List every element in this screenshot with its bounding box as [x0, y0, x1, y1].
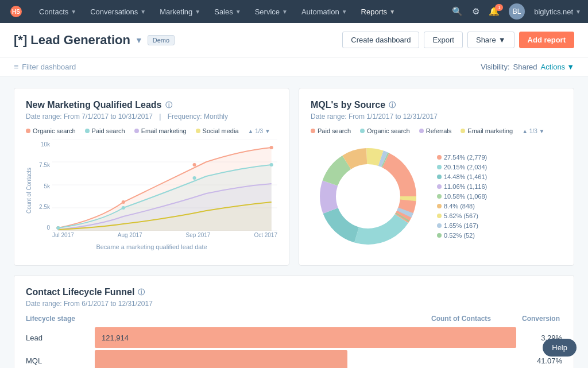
x-axis-label: Became a marketing qualified lead date — [26, 243, 277, 250]
svg-point-24 — [343, 171, 393, 222]
nav-item-automation[interactable]: Automation ▼ — [295, 0, 354, 23]
donut-legend-item-3: Email marketing — [461, 127, 513, 134]
main-content: New Marketing Qualified Leads ⓘ Date ran… — [0, 76, 588, 368]
line-chart-legend: Organic searchPaid searchEmail marketing… — [26, 127, 277, 134]
filter-icon: ≡ — [14, 62, 18, 71]
export-button[interactable]: Export — [424, 32, 463, 48]
hubspot-logo[interactable]: HS — [7, 2, 25, 21]
legend-item-1: Paid search — [85, 127, 125, 134]
nav-chevron-icon: ▼ — [140, 9, 146, 15]
info-icon[interactable]: ⓘ — [165, 100, 172, 110]
funnel-row-lead: Lead 121,914 3.29% — [26, 327, 562, 348]
mqls-donut-chart-card: MQL's by Source ⓘ Date range: From 1/1/2… — [299, 88, 574, 266]
funnel-bar-lead: 121,914 — [95, 327, 516, 348]
funnel-label-mql: MQL — [26, 357, 95, 365]
funnel-col-conversion: Conversion — [514, 315, 560, 323]
nav-chevron-icon: ▼ — [282, 9, 288, 15]
nav-item-conversations[interactable]: Conversations ▼ — [83, 0, 153, 23]
donut-label-0: 27.54% (2,779) — [437, 154, 487, 161]
svg-point-12 — [122, 206, 125, 210]
title-area: [*] Lead Generation ▼ Demo — [14, 33, 342, 48]
visibility-value: Shared — [513, 63, 537, 71]
add-report-button[interactable]: Add report — [519, 32, 574, 48]
funnel-conversion-mql: 41.07% — [516, 357, 562, 365]
charts-row: New Marketing Qualified Leads ⓘ Date ran… — [14, 88, 574, 266]
notification-badge: 1 — [495, 4, 503, 11]
share-chevron-icon: ▼ — [498, 36, 506, 44]
y-axis-tick: 2.5k — [36, 204, 50, 210]
nav-chevron-icon: ▼ — [235, 9, 241, 15]
page-title: [*] Lead Generation — [14, 33, 130, 48]
x-axis-tick: Sep 2017 — [186, 232, 211, 238]
legend-paginator[interactable]: ▲ 1/3 ▼ — [248, 127, 270, 134]
donut-label-2: 14.48% (1,461) — [437, 173, 487, 180]
donut-chart-area: 27.54% (2,779)20.15% (2,034)14.48% (1,46… — [311, 139, 562, 254]
share-button[interactable]: Share ▼ — [467, 32, 514, 48]
funnel-col-count: Count of Contacts — [431, 315, 491, 323]
funnel-table: Lifecycle stage Count of Contacts Conver… — [26, 315, 562, 368]
line-chart-area: Jul 2017Aug 2017Sep 2017Oct 2017 — [52, 139, 277, 242]
nav-item-sales[interactable]: Sales ▼ — [207, 0, 247, 23]
legend-item-0: Organic search — [26, 127, 76, 134]
donut-chart-legend: Paid searchOrganic searchReferralsEmail … — [311, 127, 562, 134]
svg-point-10 — [270, 146, 273, 149]
create-dashboard-button[interactable]: Create dashboard — [342, 32, 419, 48]
donut-label-6: 5.62% (567) — [437, 212, 487, 219]
actions-chevron-icon: ▼ — [567, 63, 574, 71]
legend-item-2: Email marketing — [134, 127, 187, 134]
x-axis-tick: Oct 2017 — [254, 232, 277, 238]
mqls-line-chart-card: New Marketing Qualified Leads ⓘ Date ran… — [14, 88, 289, 266]
nav-chevron-icon: ▼ — [389, 9, 395, 15]
avatar[interactable]: BL — [509, 3, 525, 20]
donut-info-icon[interactable]: ⓘ — [389, 100, 396, 110]
svg-point-14 — [270, 163, 273, 166]
x-axis-tick: Aug 2017 — [118, 232, 142, 238]
funnel-col-stage: Lifecycle stage — [26, 315, 75, 323]
funnel-label-lead: Lead — [26, 334, 95, 342]
y-axis-tick: 10k — [36, 141, 50, 148]
svg-point-9 — [192, 163, 196, 166]
y-axis: 10k7.5k5k2.5k0 — [36, 139, 52, 242]
y-axis-tick: 5k — [36, 183, 50, 189]
settings-icon[interactable]: ⚙ — [472, 6, 479, 17]
funnel-title: Contact Lifecycle Funnel ⓘ — [26, 287, 562, 297]
notifications-icon[interactable]: 🔔 1 — [489, 6, 500, 17]
page-header: [*] Lead Generation ▼ Demo Create dashbo… — [0, 23, 588, 57]
svg-text:HS: HS — [12, 9, 20, 15]
donut-label-5: 8.4% (848) — [437, 203, 487, 210]
actions-button[interactable]: Actions ▼ — [540, 63, 574, 71]
donut-svg-area — [311, 139, 425, 254]
legend-item-3: Social media — [196, 127, 239, 134]
nav-chevron-icon: ▼ — [71, 9, 76, 15]
donut-label-1: 20.15% (2,034) — [437, 164, 487, 171]
user-menu[interactable]: biglytics.net ▼ — [534, 7, 581, 16]
donut-label-7: 1.65% (167) — [437, 222, 487, 229]
donut-legend-item-0: Paid search — [311, 127, 351, 134]
nav-chevron-icon: ▼ — [195, 9, 200, 15]
funnel-row-mql: MQL 41.07% — [26, 350, 562, 368]
funnel-info-icon[interactable]: ⓘ — [138, 288, 145, 297]
header-actions: Create dashboard Export Share ▼ Add repo… — [342, 32, 574, 48]
filter-dashboard-button[interactable]: ≡ Filter dashboard — [14, 62, 76, 71]
funnel-date-range: Date range: From 6/1/2017 to 12/31/2017 — [26, 300, 562, 308]
line-chart-title: New Marketing Qualified Leads ⓘ — [26, 100, 277, 110]
nav-item-marketing[interactable]: Marketing ▼ — [153, 0, 207, 23]
search-icon[interactable]: 🔍 — [452, 6, 463, 17]
nav-item-contacts[interactable]: Contacts ▼ — [32, 0, 83, 23]
visibility-area: Visibility: Shared Actions ▼ — [481, 63, 574, 71]
y-axis-tick: 0 — [36, 224, 50, 231]
title-dropdown-button[interactable]: ▼ — [135, 36, 143, 45]
donut-legend-item-2: Referrals — [419, 127, 452, 134]
x-axis-tick: Jul 2017 — [52, 232, 74, 238]
y-axis-tick: 7.5k — [36, 162, 50, 168]
nav-item-service[interactable]: Service ▼ — [248, 0, 295, 23]
svg-point-13 — [192, 176, 196, 180]
toolbar: ≡ Filter dashboard Visibility: Shared Ac… — [0, 57, 588, 76]
demo-badge: Demo — [148, 35, 175, 45]
y-axis-label: Count of Contacts — [26, 168, 32, 214]
donut-legend-paginator[interactable]: ▲ 1/3 ▼ — [522, 127, 544, 134]
help-button[interactable]: Help — [543, 339, 577, 357]
donut-chart-meta: Date range: From 1/1/2017 to 12/31/2017 — [311, 113, 562, 121]
nav-item-reports[interactable]: Reports ▼ — [354, 0, 402, 23]
svg-point-8 — [122, 200, 125, 204]
